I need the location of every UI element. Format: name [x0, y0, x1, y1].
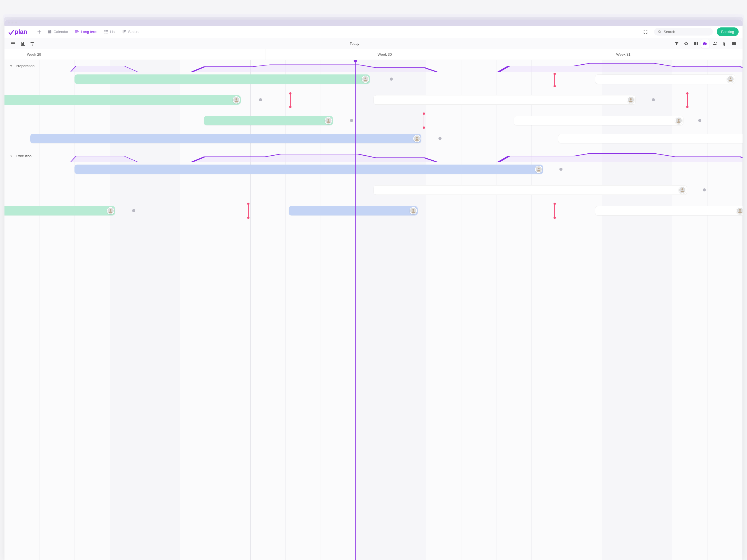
week-col: Week 29	[4, 49, 265, 60]
group-label: Preparation	[16, 64, 34, 68]
milestone-marker[interactable]	[290, 94, 291, 107]
nav-long-term[interactable]: Long term	[72, 28, 100, 35]
layers-icon[interactable]	[28, 39, 36, 48]
svg-marker-12	[71, 156, 137, 162]
milestone-marker[interactable]	[248, 204, 249, 218]
app-logo: plan	[8, 28, 27, 35]
avatar	[107, 207, 114, 214]
nav-list[interactable]: List	[101, 28, 119, 35]
task-bar[interactable]	[4, 206, 115, 215]
nav-status-label: Status	[128, 30, 138, 34]
task-bar[interactable]	[289, 206, 358, 215]
task-bar[interactable]	[204, 116, 333, 125]
view-details-icon[interactable]	[9, 39, 17, 48]
svg-marker-13	[192, 154, 358, 162]
nav-long-term-label: Long term	[81, 30, 98, 34]
task-bar[interactable]	[75, 165, 358, 174]
group-label: Execution	[16, 154, 32, 158]
nav-calendar[interactable]: Calendar	[45, 28, 71, 35]
svg-point-9	[328, 119, 329, 121]
week-col: Week 30	[265, 49, 358, 60]
svg-point-17	[110, 209, 111, 211]
nav-status[interactable]: Status	[120, 28, 141, 35]
today-indicator	[355, 60, 356, 269]
avatar	[233, 96, 240, 104]
chevron-down-icon	[9, 155, 13, 158]
svg-marker-2	[71, 66, 137, 72]
group-execution-toggle[interactable]: Execution	[9, 154, 32, 158]
today-label[interactable]: Today	[36, 42, 358, 46]
avatar	[325, 117, 332, 124]
status-dot[interactable]	[350, 119, 353, 122]
svg-point-7	[235, 98, 237, 100]
status-dot[interactable]	[132, 209, 135, 212]
view-chart-icon[interactable]	[19, 39, 27, 48]
chevron-down-icon	[9, 64, 13, 68]
group-preparation-toggle[interactable]: Preparation	[9, 64, 34, 68]
task-bar[interactable]	[75, 75, 358, 84]
task-bar[interactable]	[30, 134, 358, 143]
status-dot[interactable]	[259, 98, 262, 101]
add-view-button[interactable]	[35, 28, 44, 35]
svg-marker-3	[192, 65, 358, 72]
nav-calendar-label: Calendar	[53, 30, 68, 34]
task-bar[interactable]	[4, 95, 241, 105]
nav-list-label: List	[110, 30, 115, 34]
